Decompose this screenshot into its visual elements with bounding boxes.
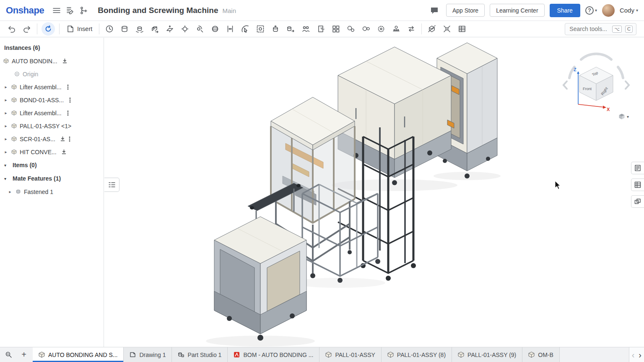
assembly-icon <box>528 352 535 358</box>
help-icon[interactable]: ? <box>585 6 594 15</box>
exploded-view-icon[interactable] <box>439 22 454 36</box>
instance-row-pall[interactable]: ▸ PALL-01-ASSY <1> <box>0 119 104 132</box>
tab-part-studio-1[interactable]: Part Studio 1 <box>172 347 228 362</box>
app-store-button[interactable]: App Store <box>446 4 485 17</box>
appearances-panel-button[interactable] <box>631 195 644 208</box>
instances-panel: Instances (6) AUTO BONDIN... Origin ▸ Li… <box>0 38 104 347</box>
tab-om-b[interactable]: OM-B <box>522 347 560 362</box>
mate-feature-row-fastened[interactable]: ▸ Fastened 1 <box>0 185 104 198</box>
options-kebab-icon[interactable] <box>68 97 72 103</box>
right-panel-strip <box>631 162 644 208</box>
chevron-right-icon[interactable]: ▸ <box>3 111 8 115</box>
main-menu-icon[interactable] <box>50 4 63 17</box>
create-tab-button[interactable]: + <box>17 349 31 361</box>
chevron-right-icon[interactable]: ▸ <box>8 189 13 194</box>
slider-mate-icon[interactable] <box>147 22 162 36</box>
options-kebab-icon[interactable] <box>66 110 70 116</box>
snapshot-icon[interactable] <box>298 22 313 36</box>
alt-keycap: ⌥ <box>612 26 622 33</box>
cylindrical-mate-icon[interactable] <box>177 22 192 36</box>
tree-panel-toggle[interactable] <box>104 178 119 192</box>
bom-panel-button[interactable] <box>631 162 644 174</box>
chevron-right-icon[interactable]: ▸ <box>3 137 8 141</box>
parallel-mate-icon[interactable] <box>223 22 238 36</box>
group-icon[interactable] <box>253 22 268 36</box>
chevron-down-icon[interactable]: ▾ <box>4 163 9 168</box>
scroll-tabs-left-icon[interactable]: ‹ <box>632 351 635 359</box>
instances-header-label: Instances (6) <box>4 44 40 51</box>
workspace-name[interactable]: Main <box>222 7 236 14</box>
clamp-icon[interactable] <box>313 22 328 36</box>
share-button[interactable]: Share <box>550 4 580 17</box>
instance-row-lifter-2[interactable]: ▸ Lifter Assembl... <box>0 106 104 119</box>
search-tools-input[interactable] <box>569 25 609 33</box>
redo-icon[interactable] <box>19 22 34 36</box>
tab-label: AUTO BONDING AND S... <box>48 352 117 358</box>
origin-row[interactable]: Origin <box>0 67 104 80</box>
fastened-mate-icon[interactable] <box>117 22 132 36</box>
instances-header: Instances (6) <box>0 41 104 54</box>
ball-mate-icon[interactable] <box>208 22 223 36</box>
screw-relation-icon[interactable] <box>374 22 389 36</box>
chevron-right-icon[interactable]: ▸ <box>3 98 8 102</box>
chevron-right-icon[interactable]: ▸ <box>3 85 8 89</box>
tab-pall-01-assy-8[interactable]: PALL-01-ASSY (8) <box>382 347 452 362</box>
planar-mate-icon[interactable] <box>162 22 177 36</box>
linear-relation-icon[interactable] <box>389 22 404 36</box>
replace-instance-icon[interactable] <box>404 22 419 36</box>
view-cube[interactable]: Top Front Right Z X <box>559 45 635 119</box>
help-caret-icon: ▾ <box>595 8 597 13</box>
tab-pall-01-assy[interactable]: PALL-01-ASSY <box>319 347 381 362</box>
bom-table-icon[interactable] <box>454 22 470 36</box>
linked-document-icon[interactable] <box>61 149 67 155</box>
instance-row-root-assembly[interactable]: AUTO BONDIN... <box>0 54 104 67</box>
tab-pall-01-assy-9[interactable]: PALL-01-ASSY (9) <box>452 347 522 362</box>
user-menu[interactable]: Cody ▾ <box>620 7 638 14</box>
onshape-logo[interactable]: Onshape <box>6 5 44 16</box>
document-tabs-bar: + AUTO BONDING AND S... Drawing 1 Part S… <box>0 347 644 362</box>
configurations-panel-button[interactable] <box>631 178 644 191</box>
sync-rotate-icon[interactable] <box>42 22 55 36</box>
mate-icon[interactable] <box>102 22 117 36</box>
feedback-comment-icon[interactable] <box>428 4 441 17</box>
revolute-mate-icon[interactable] <box>132 22 147 36</box>
document-contents-icon[interactable] <box>63 4 77 17</box>
user-avatar[interactable] <box>602 4 615 17</box>
undo-icon[interactable] <box>4 22 19 36</box>
mate-features-section-header[interactable]: ▾ Mate Features (1) <box>0 172 104 185</box>
linked-document-icon[interactable] <box>62 58 68 64</box>
help-menu[interactable]: ? ▾ <box>585 6 597 15</box>
assembly-icon <box>11 149 17 155</box>
instance-row-scr[interactable]: ▸ SCR-01-AS... <box>0 132 104 145</box>
tab-drawing-1[interactable]: Drawing 1 <box>124 347 172 362</box>
insert-button[interactable]: Insert <box>62 22 96 36</box>
tab-bom-pdf[interactable]: BOM - AUTO BONDING ... <box>228 347 319 362</box>
search-tools-box[interactable]: ⌥ C <box>565 23 636 35</box>
scroll-tabs-right-icon[interactable]: › <box>639 351 641 359</box>
view-options-dropdown[interactable]: ▾ <box>618 113 629 120</box>
instance-row-bond[interactable]: ▸ BOND-01-ASS... <box>0 93 104 106</box>
tangent-mate-icon[interactable] <box>238 22 253 36</box>
infeed-cart[interactable] <box>214 217 306 341</box>
mate-connector-icon[interactable] <box>268 22 283 36</box>
graphics-viewport[interactable]: Top Front Right Z X ▾ <box>104 38 644 347</box>
chevron-down-icon[interactable]: ▾ <box>4 176 9 181</box>
chevron-right-icon[interactable]: ▸ <box>3 150 8 154</box>
linked-document-icon[interactable] <box>60 136 65 142</box>
section-view-icon[interactable] <box>424 22 439 36</box>
items-section-header[interactable]: ▾ Items (0) <box>0 158 104 172</box>
pattern-icon[interactable] <box>328 22 343 36</box>
tab-assembly-auto-bonding[interactable]: AUTO BONDING AND S... <box>33 347 124 362</box>
learning-center-button[interactable]: Learning Center <box>490 4 544 17</box>
pin-slot-mate-icon[interactable] <box>192 22 208 36</box>
options-kebab-icon[interactable] <box>68 136 71 142</box>
chevron-right-icon[interactable]: ▸ <box>3 124 8 128</box>
tab-manager-icon[interactable] <box>2 349 16 361</box>
versions-history-icon[interactable] <box>77 4 90 17</box>
gear-relation-icon[interactable] <box>343 22 358 36</box>
rack-pinion-relation-icon[interactable] <box>358 22 374 36</box>
options-kebab-icon[interactable] <box>66 84 70 90</box>
instance-row-hit-conveyor[interactable]: ▸ HIT CONVE... <box>0 145 104 158</box>
replicate-icon[interactable] <box>283 22 298 36</box>
instance-row-lifter-1[interactable]: ▸ Lifter Assembl... <box>0 80 104 93</box>
